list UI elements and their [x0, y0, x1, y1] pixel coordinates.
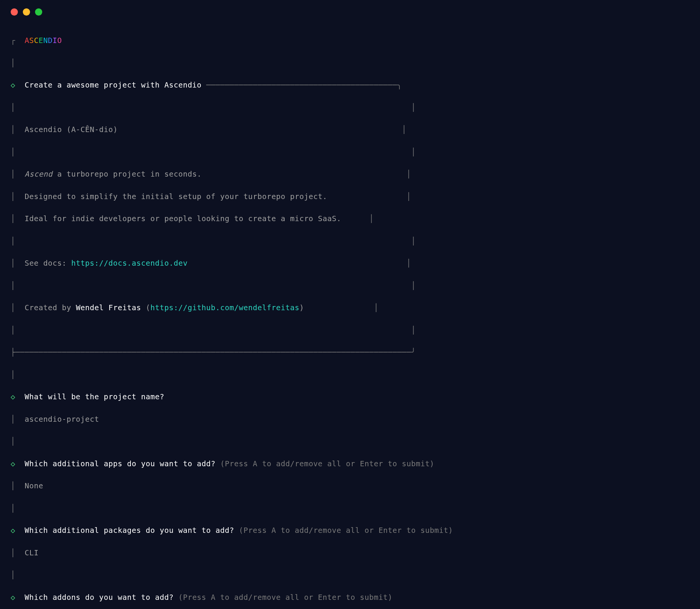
ascendio-logo: ASCENDIO	[25, 36, 62, 45]
prompt-packages-answer: CLI	[25, 548, 39, 557]
prompt-apps-question: Which additional apps do you want to add…	[25, 459, 216, 468]
terminal-window: ┌ ASCENDIO │ ◇ Create a awesome project …	[0, 0, 700, 609]
author-name: Wendel Freitas	[76, 303, 141, 312]
created-by-label: Created by	[25, 303, 76, 312]
prompt-apps-hint: (Press A to add/remove all or Enter to s…	[216, 459, 434, 468]
maximize-icon[interactable]	[35, 8, 42, 16]
prompt-packages-hint: (Press A to add/remove all or Enter to s…	[234, 526, 453, 535]
docs-link[interactable]: https://docs.ascendio.dev	[71, 259, 188, 268]
pronunciation: Ascendio (A-CÊN-dio)	[25, 125, 118, 134]
close-icon[interactable]	[11, 8, 18, 16]
prompt-apps-answer: None	[25, 481, 43, 490]
docs-label: See docs:	[25, 259, 71, 268]
titlebar	[0, 0, 700, 20]
prompt-project-name-answer: ascendio-project	[25, 415, 99, 424]
prompt-project-name-question: What will be the project name?	[25, 392, 164, 401]
author-link[interactable]: https://github.com/wendelfreitas	[150, 303, 299, 312]
header-title: Create a awesome project with Ascendio	[25, 81, 202, 89]
desc-ascend: Ascend	[25, 170, 52, 179]
prompt-packages-question: Which additional packages do you want to…	[25, 526, 234, 535]
minimize-icon[interactable]	[23, 8, 30, 16]
desc-line2: Designed to simplify the initial setup o…	[25, 192, 328, 201]
prompt-addons-hint: (Press A to add/remove all or Enter to s…	[173, 593, 392, 602]
prompt-addons-question: Which addons do you want to add?	[25, 593, 174, 602]
terminal-output: ┌ ASCENDIO │ ◇ Create a awesome project …	[0, 20, 700, 609]
desc-line3: Ideal for indie developers or people loo…	[25, 214, 341, 223]
